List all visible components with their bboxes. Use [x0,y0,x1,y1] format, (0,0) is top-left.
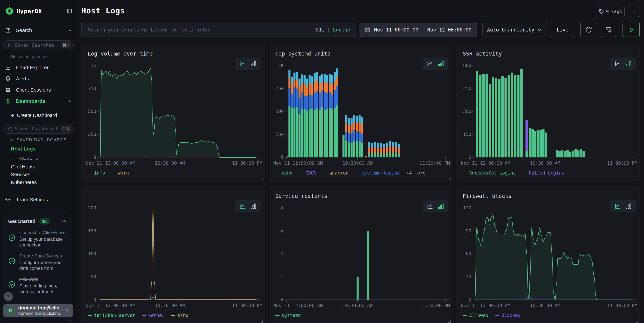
chart-plot[interactable]: 0150300450600Nov 11 12:00:00 AM10:30:00 … [474,66,636,157]
x-axis-label: 11:30:00 PM [420,160,450,166]
y-axis-label: 750 [269,86,284,91]
date-range-picker[interactable]: Nov 11 00:00:00 - Nov 12 00:00:00 [360,23,477,37]
sidebar-item-chart-explorer[interactable]: Chart Explorer [0,62,77,73]
legend-item[interactable]: systemd [275,313,301,318]
y-axis-tick [97,89,99,89]
sidebar-item-dashboards[interactable]: Dashboards [0,96,77,106]
chart-plot[interactable]: 050100150200Nov 11 12:00:00 AM10:30:00 A… [99,208,261,300]
legend-item[interactable]: sshd [275,170,292,176]
resize-handle[interactable] [448,178,450,180]
search-icon [8,43,12,48]
user-menu[interactable]: D dominic.tran@clic... dominic.tran@clic… [4,304,73,317]
resize-handle[interactable] [448,320,450,323]
more-options-button[interactable] [628,6,640,17]
legend-item[interactable]: CRON [299,170,316,176]
y-axis-label: 1K [269,63,284,68]
saved-dashboards-input[interactable] [15,126,61,131]
y-axis-label: 0 [269,297,284,302]
legend-item[interactable]: info [88,170,105,176]
saved-searches-search[interactable]: ⌘K [4,40,74,50]
y-axis-label: 2 [269,274,284,279]
sidebar-item-alerts[interactable]: Alerts [0,74,77,84]
presets-group-header[interactable]: PRESETS [10,156,39,161]
chevron-up-icon[interactable] [62,219,67,224]
y-axis-label: 500 [269,109,284,114]
get-started-title: Get Started [8,218,36,224]
get-started-step[interactable]: Connect to ClickHouse Set up your databa… [8,230,67,248]
resize-handle[interactable] [636,178,638,180]
create-dashboard-button[interactable]: + Create Dashboard [11,112,57,119]
chart-plot[interactable]: 0306090120Nov 11 12:00:00 AM10:30:00 AM1… [474,208,636,300]
tag-icon [599,9,604,14]
refresh-button[interactable] [580,23,597,37]
legend-item[interactable]: Allowed [463,313,488,318]
get-started-step[interactable]: Create Data Sources Configure where your… [8,253,67,271]
filter-button[interactable] [601,23,616,37]
chart-plot[interactable]: 02505007501KNov 11 12:00:00 AM10:30:00 A… [99,66,261,157]
resize-handle[interactable] [636,320,638,323]
x-axis-tick [99,157,99,159]
tags-button[interactable]: 0 Tags [596,6,625,17]
x-axis-label: 10:30:00 AM [144,303,195,308]
saved-dashboards-search[interactable]: ⌘K [4,124,74,134]
legend-item[interactable]: systemd-logind [355,170,400,176]
granularity-select[interactable]: Auto Granularity [482,23,547,37]
saved-searches-input[interactable] [15,43,61,48]
legend-more-link[interactable]: +4 more [406,170,426,176]
sidebar-item-label: Chart Explorer [16,65,48,70]
x-axis-label: 11:30:00 PM [232,303,262,308]
y-axis-label: 500 [81,109,96,114]
sidebar-item-host-logs[interactable]: Host Logs [11,146,36,152]
sidebar-item-search[interactable]: Search [0,25,77,36]
search-input[interactable] [82,23,356,37]
run-query-button[interactable] [622,23,640,37]
chart-legend: systemd [275,313,307,318]
chart-plot[interactable]: 02468Nov 11 12:00:00 AM10:30:00 AM11:30:… [286,208,449,300]
plus-icon: + [11,112,14,119]
event-search-bar[interactable]: SQL | Lucene [81,23,356,37]
sql-toggle[interactable]: SQL [316,27,324,33]
hyperdx-logo-icon[interactable] [5,7,14,16]
resize-handle[interactable] [260,320,263,323]
resize-handle[interactable] [260,178,263,180]
panel-title: Log volume over time [88,51,153,57]
legend-item[interactable]: fail2ban-server [88,313,135,318]
y-axis-tick [97,208,99,208]
x-axis-tick [258,300,258,302]
saved-dashboards-group-header[interactable]: SAVED DASHBOARDS [10,137,67,142]
chart-legend: Successful LoginsFailed Logins [463,170,571,176]
chart-legend: sshdCRONanacronsystemd-logind+4 more [275,170,426,176]
help-button[interactable]: ? [4,292,13,301]
sidebar-item-client-sessions[interactable]: Client Sessions [0,85,77,95]
panel-title: Service restarts [275,193,327,199]
get-started-step[interactable]: Add Data Start sending logs, metrics, or… [8,276,67,294]
sidebar-item-team-settings[interactable]: Team Settings [0,194,77,205]
legend-item[interactable]: kernel [142,313,165,318]
legend-item[interactable]: Failed Logins [522,170,564,176]
sidebar-item-clickhouse[interactable]: ClickHouse [11,164,36,170]
legend-item[interactable]: Blocked [495,313,520,318]
lucene-toggle[interactable]: Lucene [333,27,350,33]
y-axis-tick [472,277,474,277]
filter-edit-icon [605,27,612,33]
x-axis-tick [633,157,633,159]
y-axis-label: 30 [456,274,471,279]
legend-item[interactable]: sshd [171,313,188,318]
avatar: D [6,306,14,315]
sidebar-item-kubernetes[interactable]: Kubernetes [11,179,37,185]
x-axis-tick [474,300,474,302]
y-axis-label: 0 [81,155,96,160]
sidebar-collapse-icon[interactable] [66,8,72,15]
legend-item[interactable]: anacron [323,170,348,176]
chart-plot[interactable]: 02505007501KNov 11 12:00:00 AM10:30:00 A… [286,66,449,157]
sidebar-item-services[interactable]: Services [11,172,30,177]
legend-item[interactable]: Successful Logins [463,170,516,176]
y-axis-tick [285,277,286,277]
legend-item[interactable]: warn [112,170,129,176]
y-axis-label: 1K [81,63,96,68]
live-button[interactable]: Live [551,23,574,37]
sidebar-item-label: Dashboards [16,98,45,104]
x-axis-label: 11:30:00 PM [420,303,450,308]
user-name: dominic.tran@clic... [18,305,64,311]
x-axis-tick [545,157,545,159]
